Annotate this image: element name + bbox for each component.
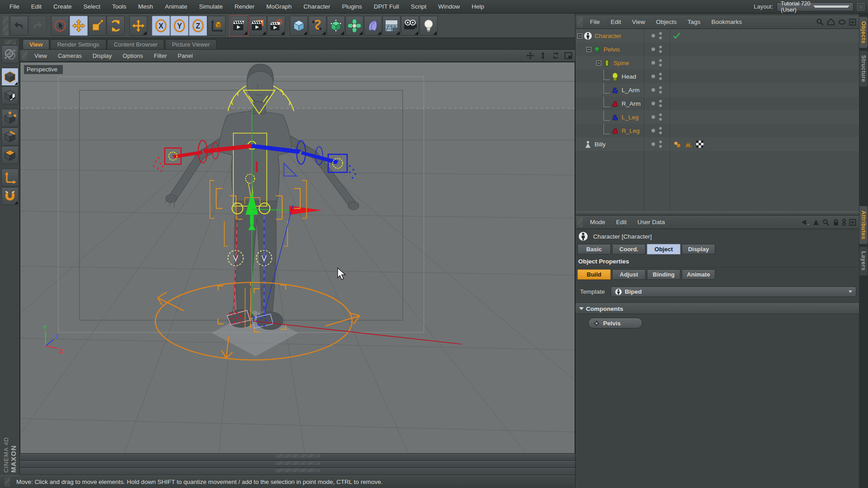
render-to-picture-viewer-button[interactable] <box>249 16 267 36</box>
vp-menu-cameras[interactable]: Cameras <box>52 52 87 59</box>
menu-animate[interactable]: Animate <box>159 3 193 10</box>
edge-mode-button[interactable] <box>1 127 19 145</box>
lock-y-axis-button[interactable]: Y <box>170 16 189 36</box>
search-icon[interactable] <box>816 18 824 26</box>
link-dots-icon[interactable] <box>842 219 846 226</box>
om-menu-bookmarks[interactable]: Bookmarks <box>706 19 747 25</box>
menu-script[interactable]: Script <box>405 3 433 10</box>
vp-menu-view[interactable]: View <box>29 52 52 59</box>
render-view-button[interactable] <box>230 16 248 36</box>
toolbar-grip[interactable] <box>3 16 8 35</box>
tab-build[interactable]: Build <box>577 269 611 280</box>
menu-dpit-full[interactable]: DPIT Full <box>368 3 405 10</box>
edge-tab-layers[interactable]: Layers <box>859 246 868 276</box>
layout-grid-icon[interactable] <box>857 3 864 10</box>
tree-row-character[interactable]: Character <box>576 29 859 42</box>
viewport-3d[interactable]: Y Z X Perspective <box>20 62 575 454</box>
mode-toolbar-grip[interactable] <box>4 40 16 44</box>
last-used-tool-button[interactable] <box>129 16 147 36</box>
menu-mesh[interactable]: Mesh <box>132 3 159 10</box>
tab-content-browser[interactable]: Content Browser <box>107 39 165 49</box>
visibility-toggles[interactable] <box>644 56 670 70</box>
tab-adjust[interactable]: Adjust <box>612 269 646 280</box>
vp-menu-display[interactable]: Display <box>87 52 118 59</box>
tree-row-l-leg[interactable]: L_Leg <box>576 110 859 124</box>
tab-view[interactable]: View <box>23 39 49 49</box>
menu-plugins[interactable]: Plugins <box>336 3 368 10</box>
edge-tab-structure[interactable]: Structure <box>859 50 868 87</box>
visibility-toggles[interactable] <box>644 83 670 97</box>
rotate-view-icon[interactable] <box>552 52 560 60</box>
tab-picture-viewer[interactable]: Picture Viewer <box>165 39 217 49</box>
collapsed-panel-1[interactable] <box>20 454 575 461</box>
om-menu-tags[interactable]: Tags <box>682 19 706 25</box>
attr-menu-edit[interactable]: Edit <box>611 219 632 225</box>
visibility-toggles[interactable] <box>644 70 670 83</box>
om-menu-file[interactable]: File <box>585 19 605 25</box>
expander-icon[interactable] <box>586 47 591 52</box>
enable-axis-button[interactable] <box>1 169 19 187</box>
collapsed-panel-2[interactable] <box>20 461 575 468</box>
expander-icon[interactable] <box>577 33 582 38</box>
attr-menu-mode[interactable]: Mode <box>585 219 611 225</box>
points-mode-button[interactable] <box>1 109 19 127</box>
live-selection-button[interactable] <box>51 16 69 36</box>
menu-file[interactable]: File <box>4 3 25 10</box>
make-editable-button[interactable] <box>1 45 19 63</box>
zoom-view-icon[interactable] <box>539 52 547 60</box>
rotate-tool-button[interactable] <box>107 16 125 36</box>
object-manager-grip[interactable] <box>577 17 583 27</box>
om-menu-objects[interactable]: Objects <box>651 19 682 25</box>
undo-button[interactable] <box>10 16 28 36</box>
tree-row-billy[interactable]: Billy <box>576 137 859 151</box>
lock-z-axis-button[interactable]: Z <box>189 16 207 36</box>
menu-select[interactable]: Select <box>78 3 107 10</box>
menu-create[interactable]: Create <box>47 3 78 10</box>
tree-row-head[interactable]: Head <box>576 70 859 83</box>
layout-dropdown[interactable]: Tutorial 720 (User) <box>777 2 854 11</box>
tree-row-pelvis[interactable]: Pelvis <box>576 42 859 56</box>
redo-button[interactable] <box>28 16 47 36</box>
tab-render-settings[interactable]: Render Settings <box>50 39 106 49</box>
tab-display[interactable]: Display <box>682 244 715 254</box>
menu-render[interactable]: Render <box>229 3 260 10</box>
add-generator-button[interactable] <box>327 16 345 36</box>
viewport-scene[interactable]: Y Z X <box>20 62 575 453</box>
add-deformer-button[interactable] <box>364 16 382 36</box>
tab-binding[interactable]: Binding <box>647 269 680 280</box>
polygon-mode-button[interactable] <box>1 146 19 164</box>
tab-object[interactable]: Object <box>647 244 680 254</box>
edge-tab-objects[interactable]: Objects <box>859 16 868 48</box>
tree-row-spine[interactable]: Spine <box>576 56 859 70</box>
menu-mograph[interactable]: MoGraph <box>260 3 297 10</box>
add-light-button[interactable] <box>420 16 438 36</box>
collapsed-panel-3[interactable] <box>20 468 575 475</box>
toggle-panel-layout-icon[interactable] <box>564 52 572 60</box>
components-section[interactable]: Components <box>576 303 859 314</box>
menu-edit[interactable]: Edit <box>25 3 47 10</box>
visibility-toggles[interactable] <box>644 137 670 151</box>
menu-help[interactable]: Help <box>466 3 490 10</box>
pelvis-component-button[interactable]: Pelvis <box>588 318 642 328</box>
tab-basic[interactable]: Basic <box>577 244 611 254</box>
attributes-grip[interactable] <box>577 217 583 227</box>
statusbar-grip[interactable] <box>5 477 10 487</box>
tab-coord[interactable]: Coord. <box>612 244 646 254</box>
enabled-check-icon[interactable] <box>673 33 680 39</box>
visibility-toggles[interactable] <box>644 29 670 42</box>
add-environment-button[interactable] <box>382 16 401 36</box>
pan-view-icon[interactable] <box>526 52 534 60</box>
tree-row-l-arm[interactable]: L_Arm <box>576 83 859 97</box>
vp-menu-filter[interactable]: Filter <box>148 52 172 59</box>
visibility-toggles[interactable] <box>644 110 670 124</box>
menu-simulate[interactable]: Simulate <box>193 3 229 10</box>
texture-tag-icon[interactable] <box>696 140 704 148</box>
menu-tools[interactable]: Tools <box>106 3 132 10</box>
history-up-icon[interactable] <box>813 219 819 225</box>
visibility-toggles[interactable] <box>644 124 670 137</box>
add-panel-icon[interactable] <box>849 219 856 226</box>
panel-splitter[interactable] <box>576 211 859 216</box>
menu-character[interactable]: Character <box>297 3 336 10</box>
scale-tool-button[interactable] <box>88 16 106 36</box>
menu-window[interactable]: Window <box>432 3 466 10</box>
